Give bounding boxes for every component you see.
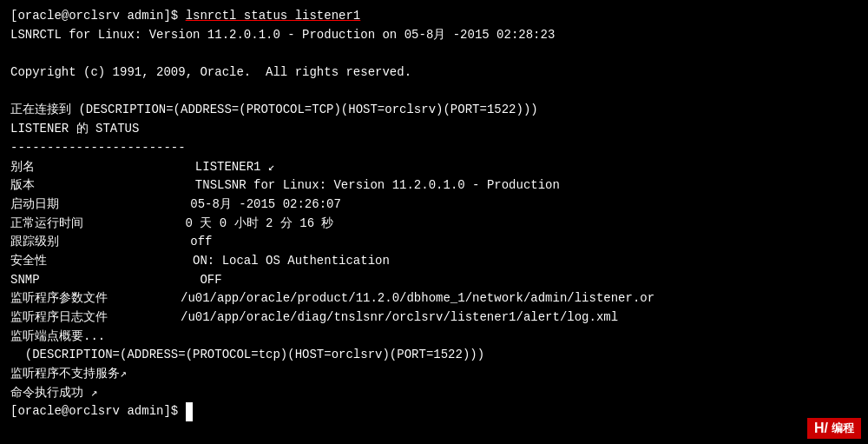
command-line: [oracle@orclsrv admin]$ lsnrctl status l… — [10, 7, 858, 26]
output-no-service: 监听程序不支持服务↗ — [10, 365, 858, 384]
output-security: 安全性 ON: Local OS Authentication — [10, 252, 858, 271]
watermark-icon: H/ — [814, 421, 828, 436]
output-line-1: LSNRCTL for Linux: Version 11.2.0.1.0 - … — [10, 26, 858, 45]
no-service-arrow: ↗ — [120, 368, 127, 381]
output-alias: 别名 LISTENER1 ↙ — [10, 158, 858, 177]
final-prompt[interactable]: [oracle@orclsrv admin]$ — [10, 402, 858, 421]
output-line-blank-2 — [10, 83, 858, 102]
command-text: lsnrctl status listener1 — [186, 9, 361, 23]
output-success: 命令执行成功 ↗ — [10, 384, 858, 403]
checkmark-arrow: ↙ — [268, 161, 275, 174]
watermark-text: 编程 — [832, 421, 854, 436]
output-endpoints: 监听端点概要... — [10, 328, 858, 347]
output-version: 版本 TNSLSNR for Linux: Version 11.2.0.1.0… — [10, 176, 858, 195]
output-connecting: 正在连接到 (DESCRIPTION=(ADDRESS=(PROTOCOL=TC… — [10, 101, 858, 120]
output-snmp: SNMP OFF — [10, 271, 858, 290]
output-start-date: 启动日期 05-8月 -2015 02:26:07 — [10, 195, 858, 215]
output-log-file: 监听程序日志文件 /u01/app/oracle/diag/tnslsnr/or… — [10, 308, 858, 328]
output-param-file: 监听程序参数文件 /u01/app/oracle/product/11.2.0/… — [10, 289, 858, 308]
output-copyright: Copyright (c) 1991, 2009, Oracle. All ri… — [10, 63, 858, 83]
watermark: H/ 编程 — [807, 418, 861, 439]
output-uptime: 正常运行时间 0 天 0 小时 2 分 16 秒 — [10, 215, 858, 234]
output-divider: ------------------------ — [10, 139, 858, 158]
terminal-window: [oracle@orclsrv admin]$ lsnrctl status l… — [0, 0, 868, 444]
output-description: (DESCRIPTION=(ADDRESS=(PROTOCOL=tcp)(HOS… — [10, 346, 858, 365]
output-line-blank-1 — [10, 44, 858, 63]
output-status-header: LISTENER 的 STATUS — [10, 120, 858, 139]
output-trace: 跟踪级别 off — [10, 233, 858, 252]
success-arrow: ↗ — [90, 387, 97, 400]
